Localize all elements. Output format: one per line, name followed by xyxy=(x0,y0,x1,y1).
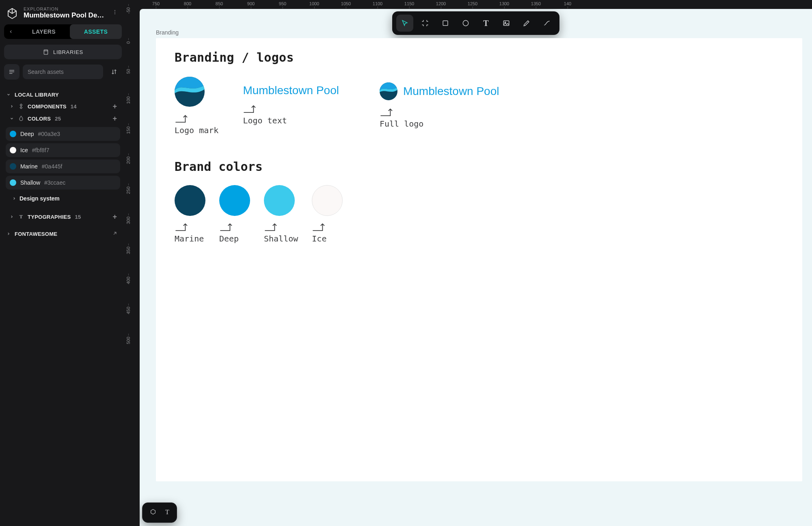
color-item[interactable]: Deep #00a3e3 xyxy=(6,127,120,141)
section-fontawesome-label: FONTAWESOME xyxy=(15,231,57,237)
frame-label[interactable]: Branding xyxy=(156,29,179,36)
section-colors[interactable]: COLORS 25 + xyxy=(2,112,123,125)
section-design-system[interactable]: Design system xyxy=(2,192,123,205)
canvas: 7508008509009501000105011001150120012501… xyxy=(126,0,812,526)
annotation-logo-mark: Logo mark xyxy=(175,125,218,135)
color-name: Deep xyxy=(20,131,34,137)
tool-pen[interactable] xyxy=(518,15,535,32)
svg-rect-3 xyxy=(44,50,48,54)
color-item[interactable]: Ice #fbf8f7 xyxy=(6,143,120,157)
svg-point-0 xyxy=(114,10,115,11)
brand-color-name: Deep xyxy=(219,234,250,244)
svg-point-1 xyxy=(114,12,115,13)
ruler-vertical[interactable]: -50050100150200250300350400450500 xyxy=(126,9,140,526)
droplet-icon xyxy=(18,115,24,122)
color-item[interactable]: Shallow #3ccaec xyxy=(6,176,120,190)
breadcrumb-parent[interactable]: EXPLORATION xyxy=(24,6,106,11)
add-color-button[interactable]: + xyxy=(110,115,119,122)
chevron-down-icon xyxy=(10,116,15,122)
color-name: Ice xyxy=(20,147,28,153)
chevron-right-icon xyxy=(12,195,16,202)
svg-point-5 xyxy=(463,20,468,26)
brand-color-swatch[interactable] xyxy=(219,185,250,216)
components-icon xyxy=(18,103,24,110)
project-icon[interactable] xyxy=(5,6,19,20)
annotation-arrow-icon xyxy=(312,222,327,231)
breadcrumb: EXPLORATION Mumblestown Pool Desig… xyxy=(2,4,123,20)
logo-mark-small xyxy=(380,82,397,100)
svg-rect-4 xyxy=(443,21,448,26)
libraries-label: LIBRARIES xyxy=(53,49,83,55)
logo-mark[interactable] xyxy=(175,77,205,107)
colors-count: 25 xyxy=(55,116,61,122)
section-typographies-label: TYPOGRAPHIES xyxy=(28,214,71,220)
page-menu-icon[interactable] xyxy=(110,7,120,19)
brand-color-swatch[interactable] xyxy=(312,185,343,216)
search-input[interactable]: Search assets xyxy=(23,65,103,79)
sidebar-tabs: LAYERS ASSETS xyxy=(4,24,122,39)
color-item[interactable]: Marine #0a445f xyxy=(6,160,120,173)
brand-color-swatch[interactable] xyxy=(175,185,205,216)
tool-ellipse[interactable] xyxy=(457,15,474,32)
tool-frame[interactable] xyxy=(417,15,434,32)
chevron-right-icon xyxy=(10,103,15,110)
tool-select[interactable] xyxy=(396,15,413,32)
logo-text: Mumblestown Pool xyxy=(403,85,499,98)
sort-button[interactable] xyxy=(106,64,122,80)
color-name: Shallow xyxy=(20,179,40,186)
typographies-count: 15 xyxy=(75,214,81,220)
annotation-arrow-icon xyxy=(175,222,190,231)
brand-color-swatch[interactable] xyxy=(264,185,295,216)
color-swatch xyxy=(10,147,16,153)
libraries-button[interactable]: LIBRARIES xyxy=(4,45,122,59)
color-hex: #fbf8f7 xyxy=(32,147,50,153)
dock-text-tool[interactable]: T xyxy=(165,509,169,517)
annotation-logo-text: Logo text xyxy=(243,116,339,125)
logo-text[interactable]: Mumblestown Pool xyxy=(243,84,339,97)
section-typographies[interactable]: T TYPOGRAPHIES 15 + xyxy=(2,211,123,223)
tool-image[interactable] xyxy=(498,15,515,32)
section-components-label: COMPONENTS xyxy=(28,103,67,110)
section-components[interactable]: COMPONENTS 14 + xyxy=(2,100,123,112)
tabs-back-button[interactable] xyxy=(4,28,18,35)
viewport[interactable]: T Branding Branding / logos xyxy=(140,9,812,526)
tool-curve[interactable] xyxy=(538,15,555,32)
chevron-right-icon xyxy=(6,231,11,237)
filter-button[interactable] xyxy=(4,64,19,80)
section-fontawesome[interactable]: FONTAWESOME xyxy=(2,228,123,240)
annotation-arrow-icon xyxy=(380,107,395,116)
section-colors-label: COLORS xyxy=(28,116,51,122)
annotation-arrow-icon xyxy=(243,103,258,113)
brand-colors-row: Marine Deep Shallow Ice xyxy=(175,185,784,244)
annotation-arrow-icon xyxy=(175,113,190,123)
color-hex: #00a3e3 xyxy=(38,131,60,137)
svg-point-2 xyxy=(114,13,115,14)
full-logo[interactable]: Mumblestown Pool xyxy=(380,82,499,100)
canvas-toolbar: T xyxy=(392,11,559,35)
page-title[interactable]: Mumblestown Pool Desig… xyxy=(24,11,106,19)
tool-text[interactable]: T xyxy=(477,15,495,32)
color-hex: #0a445f xyxy=(42,163,63,170)
add-component-button[interactable]: + xyxy=(110,103,119,110)
tab-assets[interactable]: ASSETS xyxy=(70,24,122,39)
dock-shape-tool[interactable] xyxy=(150,509,156,517)
heading-logos: Branding / logos xyxy=(175,50,784,65)
bottom-tool-dock: T xyxy=(142,502,177,523)
annotation-arrow-icon xyxy=(219,222,235,231)
color-swatch xyxy=(10,179,16,186)
color-swatch xyxy=(10,163,16,170)
external-link-icon[interactable] xyxy=(110,230,119,237)
tab-layers[interactable]: LAYERS xyxy=(18,24,70,39)
add-typography-button[interactable]: + xyxy=(110,213,119,220)
svg-rect-6 xyxy=(503,21,509,26)
brand-color-name: Ice xyxy=(312,234,343,244)
text-icon: T xyxy=(18,213,24,220)
heading-brand-colors: Brand colors xyxy=(175,160,784,174)
annotation-full-logo: Full logo xyxy=(380,119,499,129)
tool-rectangle[interactable] xyxy=(437,15,454,32)
artboard-branding[interactable]: Branding / logos Logo mark xyxy=(156,38,802,481)
color-swatch xyxy=(10,131,16,137)
ruler-horizontal[interactable]: 7508008509009501000105011001150120012501… xyxy=(140,0,812,9)
section-local-library[interactable]: LOCAL LIBRARY xyxy=(2,89,123,100)
chevron-right-icon xyxy=(10,214,15,220)
